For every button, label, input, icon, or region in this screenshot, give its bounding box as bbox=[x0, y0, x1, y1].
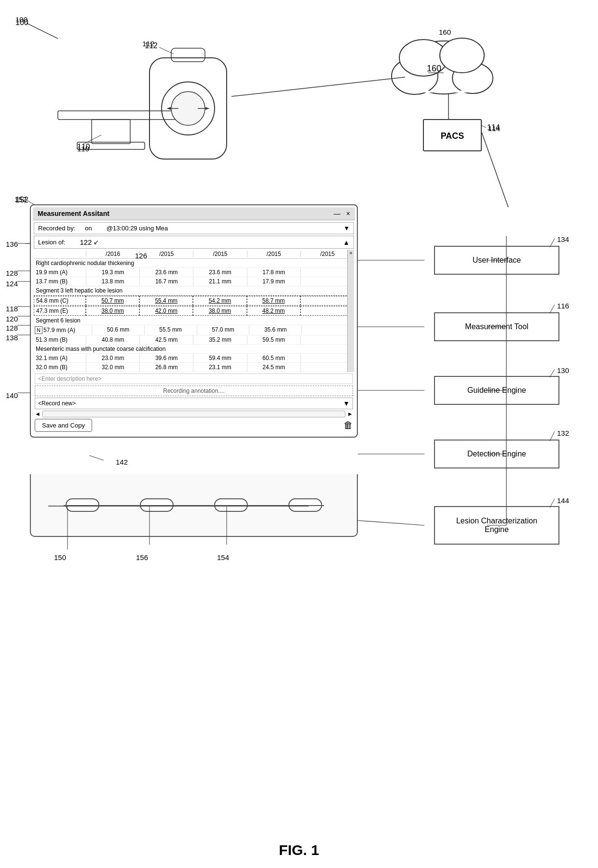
detection-engine-box: Detection Engine bbox=[434, 440, 559, 468]
cell-1b-5 bbox=[300, 277, 354, 286]
close-button[interactable]: × bbox=[346, 210, 350, 217]
ref-112: 112 bbox=[142, 40, 154, 48]
guideline-engine-label: Guideline Engine bbox=[467, 386, 526, 395]
cell-1a-1: 19.3 mm bbox=[86, 268, 139, 277]
window-titlebar: Measurement Assitant — × bbox=[33, 207, 355, 220]
cell-3b-5 bbox=[300, 335, 354, 344]
cell-1a-5 bbox=[300, 268, 354, 277]
ref-156: 156 bbox=[136, 553, 148, 561]
cell-2b-5 bbox=[300, 306, 354, 316]
svg-rect-12 bbox=[171, 48, 205, 62]
scroll-right-arrow[interactable]: ► bbox=[347, 411, 353, 417]
cell-4b-1: 32.0 mm bbox=[86, 363, 139, 372]
data-row-1a: 19.9 mm (A) 19.3 mm 23.6 mm 23.6 mm 17.8… bbox=[34, 268, 354, 277]
cell-2a-2: 55.4 mm bbox=[139, 296, 193, 306]
date-col-2: /2015 bbox=[139, 251, 193, 257]
recorded-row: Recorded by: on @13:00:29 using Mea ▼ bbox=[34, 222, 354, 234]
ref-114: 114 bbox=[488, 124, 500, 133]
date-col-4: /2015 bbox=[247, 251, 300, 257]
recorded-label: Recorded by: bbox=[38, 225, 75, 232]
bottom-connector-section bbox=[30, 474, 358, 537]
cell-3b-1: 40.8 mm bbox=[86, 335, 139, 344]
data-area: /2016 /2015 /2015 /2015 /2015 Right card… bbox=[34, 250, 354, 372]
cell-2b-2: 42.0 mm bbox=[139, 306, 193, 316]
section-label-1: Right cardiophrenic nodular thickening bbox=[34, 259, 354, 268]
ref-124: 124 bbox=[6, 280, 18, 288]
ref-128a: 128 bbox=[6, 269, 18, 277]
figure-caption: FIG. 1 bbox=[0, 842, 598, 858]
record-new-row: <Record new> ▼ bbox=[35, 398, 353, 409]
cell-1a-3: 23.6 mm bbox=[193, 268, 246, 277]
svg-text:160: 160 bbox=[427, 64, 441, 73]
user-interface-box: User Interface bbox=[434, 246, 559, 275]
save-copy-button[interactable]: Save and Copy bbox=[35, 419, 92, 432]
svg-point-21 bbox=[440, 38, 484, 73]
cell-4a-0: 32.1 mm (A) bbox=[34, 354, 86, 362]
svg-text:PACS: PACS bbox=[441, 131, 464, 141]
cell-3a-5 bbox=[301, 325, 354, 335]
cell-2a-4: 58.7 mm bbox=[247, 296, 300, 306]
record-new-text[interactable]: <Record new> bbox=[38, 400, 76, 407]
cell-3a-0: N 57.9 mm (A) bbox=[34, 325, 92, 335]
scroll-left-arrow[interactable]: ◄ bbox=[35, 411, 41, 417]
cell-4a-1: 23.0 mm bbox=[86, 354, 139, 362]
svg-rect-3 bbox=[92, 120, 130, 144]
date-col-3: /2015 bbox=[193, 251, 246, 257]
svg-line-38 bbox=[358, 521, 424, 525]
svg-line-33 bbox=[482, 133, 530, 207]
scroll-down-arrow[interactable]: ▼ bbox=[343, 400, 350, 407]
minimize-button[interactable]: — bbox=[334, 210, 340, 217]
cell-3b-4: 59.5 mm bbox=[247, 335, 300, 344]
section-label-4: Mesenteric mass with punctate coarse cal… bbox=[34, 345, 354, 354]
data-row-2b: 47.3 mm (E) 38.0 mm 42.0 mm 38.0 mm 48.2… bbox=[34, 306, 354, 316]
cell-2a-5 bbox=[300, 296, 354, 306]
recorded-dropdown[interactable]: ▼ bbox=[343, 225, 350, 232]
cell-4b-3: 23.1 mm bbox=[193, 363, 246, 372]
cell-2a-0: 54.8 mm (C) bbox=[34, 296, 86, 306]
ref-160: 160 bbox=[439, 28, 451, 36]
n-marker: N bbox=[35, 326, 42, 334]
cell-1a-4: 17.8 mm bbox=[247, 268, 300, 277]
ref-132: 132 bbox=[557, 429, 569, 437]
ref-140: 140 bbox=[6, 391, 18, 400]
date-col-1: /2016 bbox=[86, 251, 139, 257]
section-label-2: Segment 3 left hepatic lobe lesion bbox=[34, 286, 354, 295]
data-row-1b: 13.7 mm (B) 13.8 mm 16.7 mm 21.1 mm 17.9… bbox=[34, 277, 354, 286]
lesion-ref-122: 122 bbox=[80, 238, 92, 246]
cell-4b-4: 24.5 mm bbox=[247, 363, 300, 372]
ref-116: 116 bbox=[557, 302, 569, 310]
scroll-track[interactable] bbox=[42, 411, 345, 417]
cell-4a-4: 60.5 mm bbox=[247, 354, 300, 362]
main-window-frame: Measurement Assitant — × Recorded by: on… bbox=[30, 204, 358, 438]
scroll-up-arrow[interactable]: ▲ bbox=[343, 239, 350, 246]
guideline-engine-box: Guideline Engine bbox=[434, 376, 559, 405]
cell-1b-0: 13.7 mm (B) bbox=[34, 277, 86, 286]
detection-engine-label: Detection Engine bbox=[467, 450, 526, 458]
date-header-row: /2016 /2015 /2015 /2015 /2015 bbox=[34, 250, 354, 259]
description-row[interactable]: <Enter description here> bbox=[35, 374, 353, 384]
cell-3a-1: 50.6 mm bbox=[92, 325, 144, 335]
svg-line-1 bbox=[27, 23, 58, 39]
recorded-on: on bbox=[85, 225, 92, 232]
cell-3b-0: 51.3 mm (B) bbox=[34, 335, 86, 344]
window-title: Measurement Assitant bbox=[38, 210, 109, 217]
ref-128b: 128 bbox=[6, 324, 18, 332]
lesion-header-row: Lesion of: 122 ↙ ▲ bbox=[34, 236, 354, 249]
data-row-3b: 51.3 mm (B) 40.8 mm 42.5 mm 35.2 mm 59.5… bbox=[34, 335, 354, 345]
scrollbar-indicator[interactable]: ≡ bbox=[347, 250, 354, 372]
trash-icon[interactable]: 🗑 bbox=[343, 420, 353, 431]
data-row-4b: 32.0 mm (B) 32.0 mm 26.8 mm 23.1 mm 24.5… bbox=[34, 363, 354, 372]
ref-152: 152 bbox=[14, 195, 27, 203]
section-label-3: Segment 6 lesion bbox=[34, 316, 354, 325]
page-container: 100 112 110 bbox=[0, 0, 598, 868]
recorded-timestamp: @13:00:29 using Mea bbox=[107, 225, 168, 232]
cell-4b-0: 32.0 mm (B) bbox=[34, 363, 86, 372]
svg-line-29 bbox=[231, 77, 405, 96]
ref-150: 150 bbox=[54, 553, 66, 561]
user-interface-label: User Interface bbox=[473, 256, 521, 265]
window-controls: — × bbox=[334, 210, 350, 217]
svg-line-28 bbox=[481, 125, 486, 128]
cell-2b-0: 47.3 mm (E) bbox=[34, 306, 86, 316]
lesion-label: Lesion of: bbox=[38, 239, 65, 246]
cell-4b-2: 26.8 mm bbox=[139, 363, 193, 372]
